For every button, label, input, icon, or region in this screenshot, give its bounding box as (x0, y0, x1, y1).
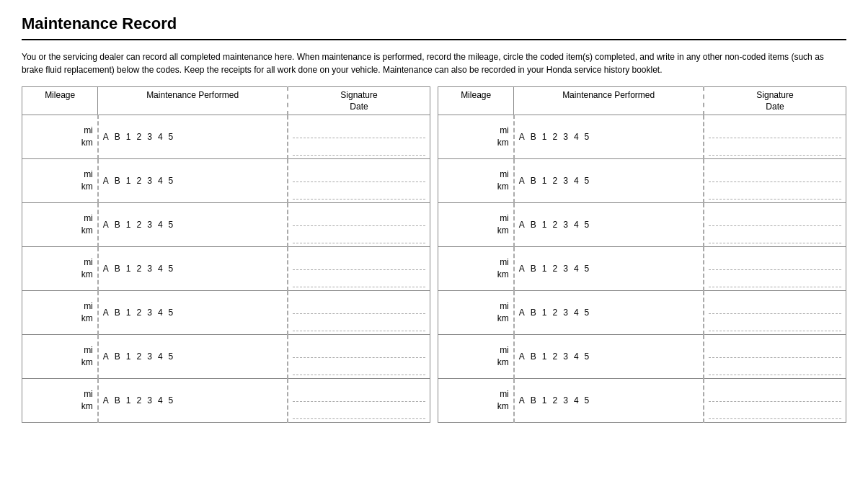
km-label: km (497, 269, 509, 281)
code-A: A (103, 220, 109, 230)
date-line[interactable] (709, 402, 841, 419)
date-line[interactable] (709, 314, 841, 331)
date-line[interactable] (709, 226, 841, 243)
mileage-cell: mi km (22, 379, 98, 423)
signature-cell[interactable] (704, 115, 846, 159)
mi-label: mi (500, 125, 509, 137)
signature-line[interactable] (709, 338, 841, 358)
code-3: 3 (147, 308, 152, 318)
signature-line[interactable] (293, 206, 425, 226)
table-row: mi km A B 1 2 3 4 5 (22, 379, 430, 423)
code-5: 5 (585, 132, 590, 142)
km-label: km (497, 313, 509, 325)
date-line[interactable] (293, 270, 425, 287)
signature-line[interactable] (293, 162, 425, 182)
code-4: 4 (574, 308, 579, 318)
date-line[interactable] (293, 314, 425, 331)
signature-label: Signature (293, 90, 425, 100)
code-2: 2 (553, 395, 558, 405)
code-A: A (519, 132, 525, 142)
left-maintenance-table: Mileage Maintenance Performed Signature … (22, 86, 430, 423)
mi-label: mi (84, 125, 93, 137)
mileage-cell: mi km (438, 247, 514, 291)
maintenance-cell: A B 1 2 3 4 5 (514, 335, 704, 379)
maintenance-cell: A B 1 2 3 4 5 (514, 247, 704, 291)
signature-cell[interactable] (704, 247, 846, 291)
code-4: 4 (158, 220, 163, 230)
code-A: A (519, 220, 525, 230)
code-A: A (103, 308, 109, 318)
signature-line[interactable] (709, 250, 841, 270)
code-A: A (103, 264, 109, 274)
table-row: mi km A B 1 2 3 4 5 (438, 379, 846, 423)
code-2: 2 (137, 220, 142, 230)
signature-line[interactable] (293, 250, 425, 270)
signature-line[interactable] (709, 118, 841, 138)
code-4: 4 (574, 395, 579, 405)
signature-line[interactable] (709, 294, 841, 314)
code-2: 2 (137, 395, 142, 405)
date-line[interactable] (293, 226, 425, 243)
code-1: 1 (542, 351, 547, 362)
signature-cell[interactable] (704, 159, 846, 203)
maintenance-cell: A B 1 2 3 4 5 (514, 203, 704, 247)
code-3: 3 (147, 176, 152, 186)
signature-cell[interactable] (288, 115, 430, 159)
signature-line[interactable] (709, 382, 841, 402)
table-row: mi km A B 1 2 3 4 5 (438, 115, 846, 159)
code-B: B (115, 176, 120, 186)
code-2: 2 (137, 351, 142, 362)
date-line[interactable] (293, 358, 425, 375)
table-row: mi km A B 1 2 3 4 5 (22, 115, 430, 159)
code-5: 5 (169, 351, 174, 362)
codes-row: A B 1 2 3 4 5 (519, 130, 699, 143)
code-4: 4 (158, 351, 163, 362)
signature-cell[interactable] (288, 335, 430, 379)
date-line[interactable] (709, 138, 841, 156)
maintenance-cell: A B 1 2 3 4 5 (98, 379, 288, 423)
table-row: mi km A B 1 2 3 4 5 (438, 335, 846, 379)
code-4: 4 (574, 176, 579, 186)
signature-line[interactable] (293, 382, 425, 402)
date-line[interactable] (709, 358, 841, 375)
signature-cell[interactable] (704, 203, 846, 247)
maintenance-cell: A B 1 2 3 4 5 (514, 115, 704, 159)
code-B: B (531, 351, 536, 362)
date-line[interactable] (709, 182, 841, 200)
date-line[interactable] (293, 182, 425, 200)
codes-row: A B 1 2 3 4 5 (103, 350, 283, 363)
code-3: 3 (563, 220, 568, 230)
signature-cell[interactable] (704, 291, 846, 335)
code-5: 5 (585, 308, 590, 318)
table-row: mi km A B 1 2 3 4 5 (438, 247, 846, 291)
maintenance-cell: A B 1 2 3 4 5 (98, 291, 288, 335)
codes-row: A B 1 2 3 4 5 (519, 306, 699, 319)
code-A: A (519, 176, 525, 186)
signature-cell[interactable] (288, 291, 430, 335)
table-row: mi km A B 1 2 3 4 5 (22, 335, 430, 379)
code-A: A (519, 264, 525, 274)
code-2: 2 (137, 308, 142, 318)
date-line[interactable] (709, 270, 841, 287)
mileage-cell: mi km (438, 115, 514, 159)
signature-cell[interactable] (704, 379, 846, 423)
maintenance-cell: A B 1 2 3 4 5 (514, 291, 704, 335)
code-B: B (115, 220, 120, 230)
signature-cell[interactable] (288, 203, 430, 247)
signature-line[interactable] (709, 206, 841, 226)
maintenance-cell: A B 1 2 3 4 5 (514, 379, 704, 423)
signature-cell[interactable] (288, 159, 430, 203)
code-3: 3 (147, 264, 152, 274)
signature-cell[interactable] (288, 379, 430, 423)
date-line[interactable] (293, 402, 425, 419)
table-row: mi km A B 1 2 3 4 5 (438, 203, 846, 247)
date-line[interactable] (293, 138, 425, 156)
signature-line[interactable] (709, 162, 841, 182)
code-3: 3 (147, 220, 152, 230)
signature-cell[interactable] (288, 247, 430, 291)
signature-line[interactable] (293, 294, 425, 314)
signature-line[interactable] (293, 338, 425, 358)
signature-line[interactable] (293, 118, 425, 138)
signature-cell[interactable] (704, 335, 846, 379)
mi-label: mi (84, 300, 93, 313)
